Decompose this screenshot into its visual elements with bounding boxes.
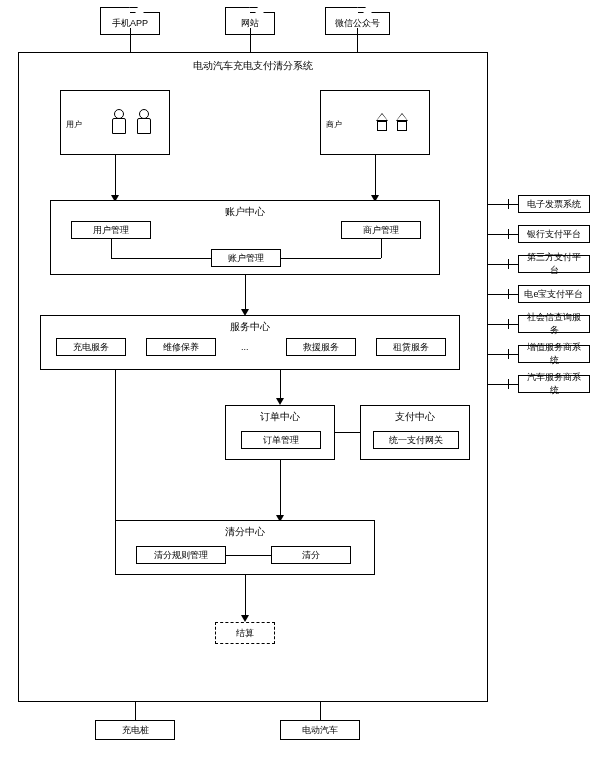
payment-gateway-box: 统一支付网关 xyxy=(373,431,459,449)
settlement-box: 结算 xyxy=(215,622,275,644)
label: 网站 xyxy=(241,18,259,28)
clearing-center-title: 清分中心 xyxy=(225,525,265,539)
charging-service-box: 充电服务 xyxy=(56,338,126,356)
label: 社会信查询服务 xyxy=(523,311,585,337)
ext-bank: 银行支付平台 xyxy=(518,225,590,243)
order-center-title: 订单中心 xyxy=(260,410,300,424)
clearing-rule-box: 清分规则管理 xyxy=(136,546,226,564)
system-title: 电动汽车充电支付清分系统 xyxy=(193,59,313,73)
ellipsis: ... xyxy=(241,342,249,352)
label: 账户管理 xyxy=(228,252,264,265)
payment-center: 支付中心 统一支付网关 xyxy=(360,405,470,460)
service-center: 服务中心 充电服务 维修保养 ... 救援服务 租赁服务 xyxy=(40,315,460,370)
account-mgmt-box: 账户管理 xyxy=(211,249,281,267)
building-icon xyxy=(396,113,408,131)
order-center: 订单中心 订单管理 xyxy=(225,405,335,460)
label: 增值服务商系统 xyxy=(523,341,585,367)
label: 维修保养 xyxy=(163,341,199,354)
rescue-service-box: 救援服务 xyxy=(286,338,356,356)
label: 第三方支付平台 xyxy=(523,251,585,277)
person-icon xyxy=(136,109,150,135)
service-center-title: 服务中心 xyxy=(230,320,270,334)
ext-auto: 汽车服务商系统 xyxy=(518,375,590,393)
label: 充电桩 xyxy=(122,724,149,737)
ev-box: 电动汽车 xyxy=(280,720,360,740)
label: 清分 xyxy=(302,549,320,562)
person-icon xyxy=(111,109,125,135)
order-mgmt-box: 订单管理 xyxy=(241,431,321,449)
label: 汽车服务商系统 xyxy=(523,371,585,397)
payment-center-title: 支付中心 xyxy=(395,410,435,424)
charging-pile-box: 充电桩 xyxy=(95,720,175,740)
rental-service-box: 租赁服务 xyxy=(376,338,446,356)
clearing-center: 清分中心 清分规则管理 清分 xyxy=(115,520,375,575)
label: 商户管理 xyxy=(363,224,399,237)
label: 租赁服务 xyxy=(393,341,429,354)
account-center-title: 账户中心 xyxy=(225,205,265,219)
label: 清分规则管理 xyxy=(154,549,208,562)
label: 充电服务 xyxy=(73,341,109,354)
ext-thirdparty: 第三方支付平台 xyxy=(518,255,590,273)
ext-einvoice: 电子发票系统 xyxy=(518,195,590,213)
account-center: 账户中心 用户管理 商户管理 账户管理 xyxy=(50,200,440,275)
label: 用户管理 xyxy=(93,224,129,237)
merchant-label: 商户 xyxy=(326,119,342,130)
ext-query: 社会信查询服务 xyxy=(518,315,590,333)
label: 手机APP xyxy=(112,18,148,28)
building-icon xyxy=(376,113,388,131)
ext-vas: 增值服务商系统 xyxy=(518,345,590,363)
label: 订单管理 xyxy=(263,434,299,447)
label: 电子发票系统 xyxy=(527,198,581,211)
clearing-box: 清分 xyxy=(271,546,351,564)
merchant-box: 商户 xyxy=(320,90,430,155)
ext-gold: 电e宝支付平台 xyxy=(518,285,590,303)
label: 电动汽车 xyxy=(302,724,338,737)
label: 银行支付平台 xyxy=(527,228,581,241)
label: 微信公众号 xyxy=(335,18,380,28)
merchant-mgmt-box: 商户管理 xyxy=(341,221,421,239)
user-label: 用户 xyxy=(66,119,82,130)
label: 统一支付网关 xyxy=(389,434,443,447)
label: 救援服务 xyxy=(303,341,339,354)
label: 电e宝支付平台 xyxy=(524,288,583,301)
maintenance-box: 维修保养 xyxy=(146,338,216,356)
label: 结算 xyxy=(236,627,254,640)
user-box: 用户 xyxy=(60,90,170,155)
user-mgmt-box: 用户管理 xyxy=(71,221,151,239)
